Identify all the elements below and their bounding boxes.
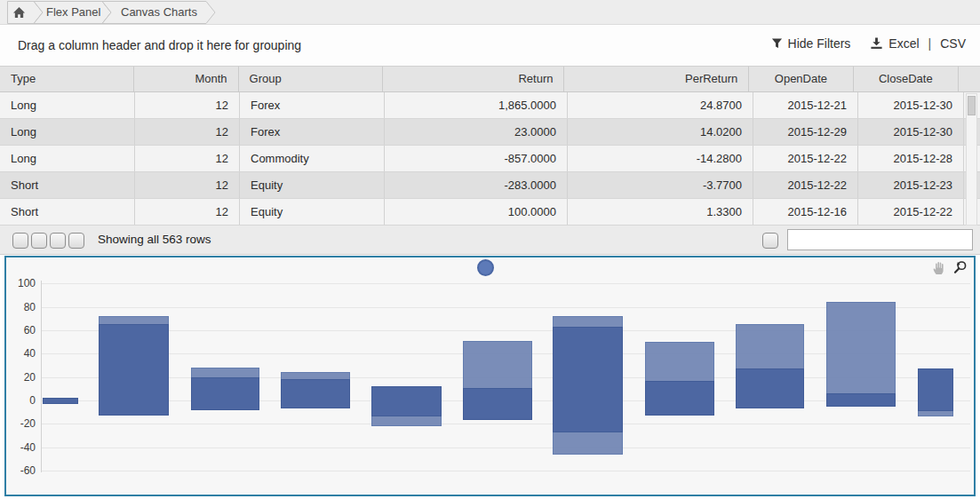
candlestick-body[interactable] [281,379,350,408]
candlestick-body[interactable] [553,327,623,432]
y-axis-tick-label: 100 [6,277,36,289]
column-header-opendate[interactable]: OpenDate [749,67,853,91]
pager-button-4[interactable] [68,233,84,249]
table-cell[interactable]: -3.7700 [568,172,753,198]
table-cell[interactable]: Equity [240,172,385,198]
hide-filters-button[interactable]: Hide Filters [771,36,851,51]
candlestick-range[interactable] [826,302,896,406]
download-icon [870,37,883,50]
table-cell[interactable]: 2015-12-30 [858,92,964,118]
table-cell[interactable]: 2015-12-30 [858,119,964,145]
plot-area[interactable]: 100806040200-20-40-60 [6,257,974,495]
table-row[interactable]: Long12Forex23.000014.02002015-12-292015-… [0,119,980,146]
column-header-perreturn[interactable]: PerReturn [564,67,749,91]
table-cell[interactable]: -283.0000 [385,172,568,198]
table-cell[interactable]: 12 [135,119,240,145]
y-axis-tick-label: 20 [6,371,36,384]
table-row[interactable]: Long12Forex1,865.000024.87002015-12-2120… [0,92,980,119]
export-separator: | [928,36,932,51]
filter-funnel-icon [771,38,783,49]
pager-button-2[interactable] [31,233,47,249]
table-cell[interactable]: Short [0,172,135,198]
table-cell[interactable]: 12 [135,172,240,198]
y-axis-tick-label: 60 [6,324,36,337]
table-cell[interactable]: 2015-12-21 [753,92,858,118]
table-cell[interactable]: Long [0,92,135,118]
table-cell[interactable]: 24.8700 [568,92,753,118]
gridline [41,283,970,284]
candlestick-body[interactable] [463,388,532,421]
table-cell[interactable]: Forex [240,119,385,145]
candlestick-body[interactable] [645,381,714,416]
filter-input[interactable] [787,229,973,250]
table-cell[interactable]: 2015-12-22 [858,199,964,225]
y-axis-tick-label: -20 [6,417,36,430]
scrollbar-thumb[interactable] [968,96,976,115]
y-axis-tick-label: 80 [6,301,36,313]
data-grid: TypeMonthGroupReturnPerReturnOpenDateClo… [0,66,980,226]
table-cell[interactable]: 2015-12-22 [753,146,858,171]
grid-header-row: TypeMonthGroupReturnPerReturnOpenDateClo… [0,66,980,92]
table-cell[interactable]: 2015-12-23 [858,172,964,198]
breadcrumb-item-flex-panel[interactable]: Flex Panel [46,0,100,25]
table-cell[interactable]: Long [0,119,135,145]
table-cell[interactable]: Forex [240,92,385,118]
column-header-month[interactable]: Month [134,67,238,91]
gridline [41,471,970,471]
table-row[interactable]: Long12Commodity-857.0000-14.28002015-12-… [0,146,980,172]
table-row[interactable]: Short12Equity100.00001.33002015-12-16201… [0,199,980,226]
grouping-drop-zone[interactable]: Drag a column header and drop it here fo… [0,26,980,66]
y-axis-tick-label: -60 [6,464,36,477]
table-cell[interactable]: -857.0000 [385,146,568,171]
candlestick-body[interactable] [736,368,804,408]
candlestick-body[interactable] [43,398,78,404]
column-header-return[interactable]: Return [383,67,565,91]
table-cell[interactable]: 12 [135,92,240,118]
candlestick-body[interactable] [918,368,953,410]
pan-handle[interactable] [477,259,494,276]
table-cell[interactable]: 14.0200 [568,119,753,145]
table-cell[interactable]: 1,865.0000 [385,92,568,118]
grouping-hint-text: Drag a column header and drop it here fo… [18,38,301,52]
candlestick-body[interactable] [191,377,259,410]
candlestick-body[interactable] [99,324,169,416]
breadcrumb-item-canvas-charts[interactable]: Canvas Charts [121,0,197,25]
column-header-group[interactable]: Group [239,67,383,91]
breadcrumb: Flex Panel Canvas Charts [0,0,980,25]
table-cell[interactable]: Commodity [240,146,385,171]
table-cell[interactable]: 2015-12-16 [753,199,858,225]
pan-hand-icon[interactable] [931,260,946,276]
gridline [41,424,970,424]
table-cell[interactable]: 23.0000 [385,119,568,145]
chart-panel: 100806040200-20-40-60 [4,256,976,496]
chart-tools [931,259,968,276]
vertical-scrollbar[interactable] [966,93,977,226]
table-row[interactable]: Short12Equity-283.0000-3.77002015-12-222… [0,172,980,199]
table-cell[interactable]: 1.3300 [568,199,753,225]
gridline [41,448,970,448]
table-cell[interactable]: 12 [135,146,240,171]
export-excel-link[interactable]: Excel [888,36,919,51]
pager-button-3[interactable] [50,233,66,249]
candlestick-body[interactable] [371,386,442,416]
filter-checkbox[interactable] [762,233,778,249]
export-csv-link[interactable]: CSV [940,36,966,51]
column-header-closedate[interactable]: CloseDate [854,67,959,91]
table-cell[interactable]: 12 [135,199,240,225]
table-cell[interactable]: Long [0,146,135,171]
table-cell[interactable]: 2015-12-29 [753,119,858,145]
column-header-type[interactable]: Type [0,67,134,91]
row-count-summary: Showing all 563 rows [98,233,211,246]
zoom-reset-icon[interactable] [952,259,968,276]
table-cell[interactable]: 100.0000 [385,199,568,225]
table-cell[interactable]: 2015-12-22 [753,172,858,198]
table-cell[interactable]: -14.2800 [568,146,753,171]
table-cell[interactable]: 2015-12-28 [858,146,964,171]
table-cell[interactable]: Equity [240,199,385,225]
hide-filters-label: Hide Filters [788,36,851,51]
breadcrumb-home[interactable] [12,6,26,22]
pager-button-1[interactable] [12,233,28,249]
header-scrollbar-corner [959,67,980,91]
candlestick-body[interactable] [826,393,896,406]
table-cell[interactable]: Short [0,199,135,225]
